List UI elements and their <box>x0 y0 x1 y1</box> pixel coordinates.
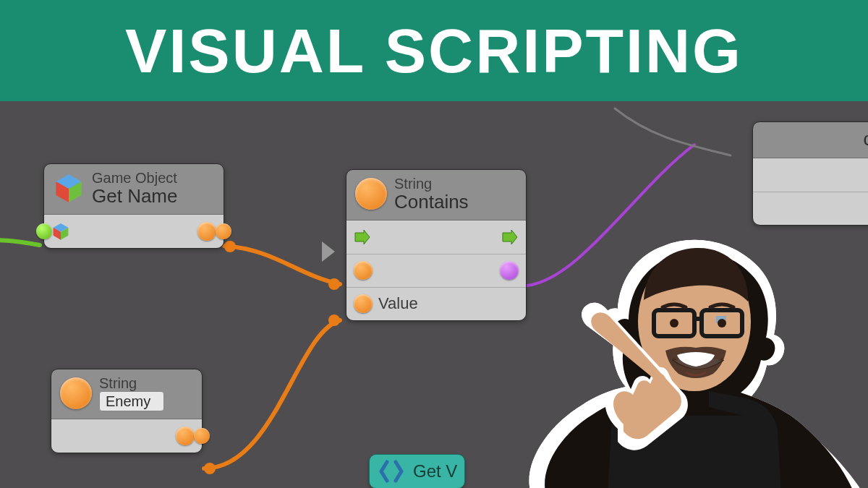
node-header: String Enemy <box>51 369 202 419</box>
exec-triangle-icon <box>322 241 335 262</box>
cube-icon <box>53 172 85 204</box>
output-port-ext[interactable] <box>194 428 210 444</box>
brackets-icon <box>377 459 406 484</box>
output-port-string[interactable] <box>176 427 195 445</box>
node-category: Game Object <box>92 170 178 186</box>
svg-point-3 <box>204 463 216 474</box>
input-port-string[interactable] <box>354 261 373 280</box>
svg-point-16 <box>718 319 726 328</box>
output-port-name[interactable] <box>197 222 216 241</box>
svg-point-0 <box>224 241 236 252</box>
node-label-fragment: Get V <box>413 461 457 481</box>
node-title: Contains <box>394 192 469 213</box>
svg-point-1 <box>328 278 340 290</box>
string-value-field[interactable]: Enemy <box>99 391 164 411</box>
node-string-literal[interactable]: String Enemy <box>51 369 203 453</box>
orange-circle-icon <box>60 377 92 409</box>
presenter-person <box>463 90 868 488</box>
row-label: Value <box>378 294 418 313</box>
title-banner: VISUAL SCRIPTING <box>0 0 868 101</box>
row-target[interactable] <box>44 215 224 248</box>
output-port-ext[interactable] <box>216 223 231 239</box>
flow-in-arrow-icon <box>354 228 371 246</box>
node-get-name[interactable]: Game Object Get Name <box>43 163 224 249</box>
node-get-variable-partial[interactable]: Get V <box>369 454 465 488</box>
banner-title: VISUAL SCRIPTING <box>125 15 743 87</box>
input-port-value[interactable] <box>354 294 373 313</box>
orange-circle-icon <box>355 178 387 210</box>
input-port-target[interactable] <box>36 223 52 239</box>
node-title: Get Name <box>92 186 178 207</box>
node-header: Game Object Get Name <box>44 164 224 214</box>
row-out[interactable] <box>51 419 202 453</box>
svg-point-2 <box>328 314 340 326</box>
node-category: String <box>99 375 164 391</box>
cube-small-icon <box>51 222 70 241</box>
node-category: String <box>394 176 469 192</box>
svg-point-15 <box>670 319 678 328</box>
